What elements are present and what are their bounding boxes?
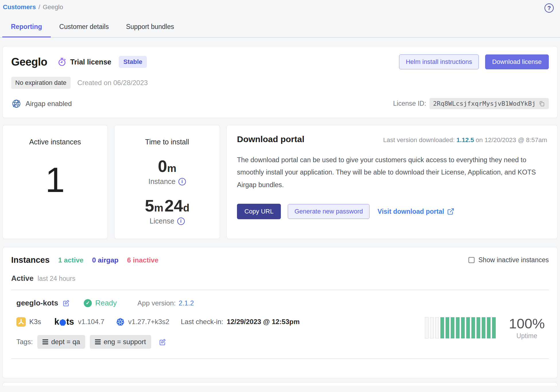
divider bbox=[11, 290, 549, 290]
show-inactive-checkbox[interactable] bbox=[468, 257, 475, 263]
license-id-label: License ID: bbox=[393, 100, 426, 107]
last-version-link[interactable]: 1.12.5 bbox=[456, 136, 474, 144]
active-instances-title: Active instances bbox=[3, 138, 108, 146]
uptime-bar bbox=[440, 317, 444, 338]
tab-support-bundles[interactable]: Support bundles bbox=[117, 21, 183, 37]
k8s-version: v1.27.7+k3s2 bbox=[128, 318, 169, 326]
active-instances-count: 1 bbox=[3, 160, 108, 200]
license-time-number-2: 24 bbox=[165, 196, 183, 215]
airgap-count[interactable]: 0 airgap bbox=[92, 256, 118, 264]
last-checkin-value: 12/29/2023 @ 12:53pm bbox=[227, 318, 300, 326]
stats-row: Active instances 1 Time to install 0m In… bbox=[2, 125, 558, 239]
breadcrumb: Customers / Geeglo bbox=[3, 3, 63, 11]
topbar: Customers / Geeglo ? bbox=[0, 0, 560, 13]
download-portal-title: Download portal bbox=[237, 134, 304, 144]
tag-bars-icon bbox=[95, 339, 101, 344]
tag-bars-icon bbox=[42, 339, 48, 344]
uptime-bars bbox=[425, 317, 496, 338]
breadcrumb-current: Geeglo bbox=[43, 3, 63, 11]
expiration-badge: No expiration date bbox=[11, 77, 71, 89]
license-time-number-1: 5 bbox=[145, 196, 154, 215]
instances-title: Instances bbox=[11, 255, 50, 265]
k3s-icon bbox=[16, 317, 26, 327]
license-info-icon[interactable]: i bbox=[177, 217, 185, 225]
trial-stopwatch-icon bbox=[57, 57, 67, 67]
breadcrumb-customers-link[interactable]: Customers bbox=[3, 3, 36, 11]
license-type-label: Trial license bbox=[70, 58, 111, 66]
kots-logo-o bbox=[59, 319, 66, 326]
uptime-bar bbox=[477, 317, 480, 338]
kubernetes-icon bbox=[116, 317, 125, 326]
tag-dept-qa[interactable]: dept = qa bbox=[37, 335, 85, 349]
kots-logo: kts bbox=[54, 317, 74, 327]
instance-time-label: Instance bbox=[148, 177, 176, 186]
time-to-install-title: Time to install bbox=[114, 138, 220, 146]
edit-instance-name-icon[interactable] bbox=[62, 299, 70, 307]
last-checkin-label: Last check-in: bbox=[181, 318, 223, 326]
customer-reporting-page: Customers / Geeglo ? Reporting Customer … bbox=[0, 0, 560, 392]
uptime-bar bbox=[492, 317, 496, 338]
instance-row: geeglo-kots ✓ Ready App version: 2.1.2 bbox=[11, 299, 549, 349]
copy-url-button[interactable]: Copy URL bbox=[237, 204, 281, 219]
tag-label: dept = qa bbox=[51, 338, 80, 346]
tab-customer-details[interactable]: Customer details bbox=[51, 21, 118, 37]
instance-info-icon[interactable]: i bbox=[178, 178, 186, 185]
download-portal-card: Download portal Last version downloaded:… bbox=[226, 125, 558, 239]
uptime-value: 100% bbox=[509, 315, 545, 332]
uptime-bar bbox=[430, 317, 434, 338]
ready-check-icon: ✓ bbox=[84, 299, 92, 307]
distribution-label: K3s bbox=[29, 318, 41, 326]
uptime-label: Uptime bbox=[509, 332, 545, 340]
uptime-bar bbox=[466, 317, 470, 338]
tag-eng-support[interactable]: eng = support bbox=[90, 335, 151, 349]
active-count[interactable]: 1 active bbox=[58, 256, 83, 264]
created-on-text: Created on 06/28/2023 bbox=[77, 79, 148, 87]
breadcrumb-separator: / bbox=[38, 3, 40, 11]
last-version-suffix: on 12/20/2023 @ 8:57am bbox=[476, 136, 547, 144]
uptime-bar bbox=[461, 317, 465, 338]
tab-reporting[interactable]: Reporting bbox=[2, 21, 51, 38]
divider bbox=[11, 358, 549, 359]
last-version-downloaded: Last version downloaded: 1.12.5 on 12/20… bbox=[383, 136, 547, 144]
uptime-bar bbox=[425, 317, 429, 338]
uptime-bar bbox=[446, 317, 449, 338]
instance-install-time: 0m bbox=[114, 156, 220, 176]
show-inactive-label: Show inactive instances bbox=[479, 256, 549, 264]
license-time-unit-2: d bbox=[183, 202, 189, 214]
license-install-time: 5m 24d bbox=[114, 196, 220, 215]
uptime-bar bbox=[435, 317, 439, 338]
app-version-link[interactable]: 2.1.2 bbox=[178, 299, 194, 307]
time-to-install-card: Time to install 0m Instance i 5m 24d Lic… bbox=[114, 125, 220, 239]
edit-tags-icon[interactable] bbox=[159, 338, 166, 346]
instance-status: Ready bbox=[95, 299, 117, 307]
active-section-sublabel: last 24 hours bbox=[38, 275, 75, 283]
app-version-label: App version: bbox=[137, 299, 176, 307]
active-instances-card: Active instances 1 bbox=[2, 125, 108, 239]
helm-install-instructions-button[interactable]: Helm install instructions bbox=[399, 54, 479, 69]
instance-time-unit: m bbox=[167, 162, 176, 174]
copy-icon[interactable] bbox=[538, 100, 545, 107]
help-icon[interactable]: ? bbox=[545, 3, 554, 13]
license-card: Geeglo Trial license Stable Helm install… bbox=[2, 46, 558, 118]
download-license-button[interactable]: Download license bbox=[485, 54, 549, 69]
instance-time-number: 0 bbox=[158, 157, 167, 175]
external-link-icon bbox=[447, 208, 454, 215]
channel-badge: Stable bbox=[119, 56, 147, 68]
uptime-bar bbox=[471, 317, 475, 338]
instance-name: geeglo-kots bbox=[16, 299, 58, 307]
customer-name: Geeglo bbox=[11, 56, 47, 68]
active-section-label: Active bbox=[11, 274, 34, 283]
next-card-edge bbox=[2, 382, 558, 386]
license-id-value: 2Rq8WLcsjfxqrMysjvB1WodYkBj bbox=[433, 100, 536, 107]
license-time-label: License bbox=[149, 217, 174, 225]
visit-portal-label: Visit download portal bbox=[378, 208, 444, 215]
kots-version: v1.104.7 bbox=[78, 318, 104, 326]
uptime-panel: 100% Uptime bbox=[425, 299, 545, 349]
visit-download-portal-link[interactable]: Visit download portal bbox=[378, 208, 454, 215]
tab-bar: Reporting Customer details Support bundl… bbox=[0, 21, 560, 38]
instances-card: Instances 1 active 0 airgap 6 inactive S… bbox=[2, 247, 558, 378]
inactive-count[interactable]: 6 inactive bbox=[127, 256, 158, 264]
show-inactive-toggle[interactable]: Show inactive instances bbox=[468, 256, 549, 264]
help-glyph: ? bbox=[547, 5, 551, 11]
generate-new-password-button[interactable]: Generate new password bbox=[288, 204, 369, 219]
